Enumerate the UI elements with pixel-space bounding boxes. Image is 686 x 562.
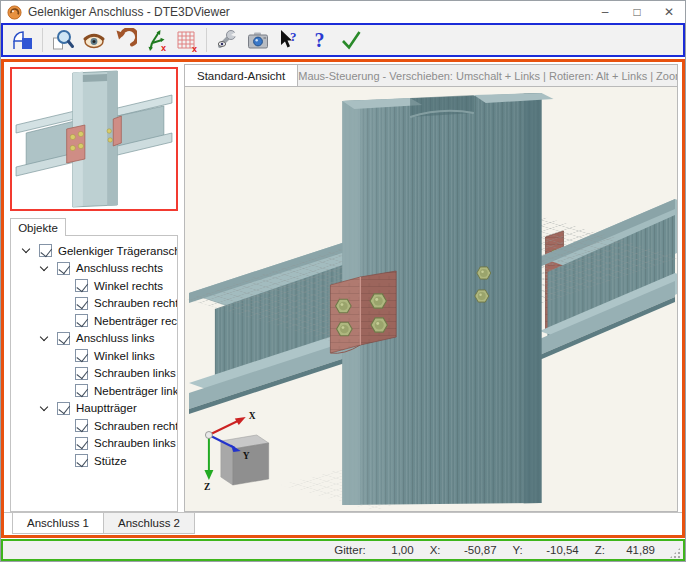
zoom-fit-icon[interactable] — [47, 26, 78, 54]
grid-value: 1,00 — [374, 544, 414, 556]
view-tools-icon[interactable] — [211, 26, 242, 54]
3d-viewport-canvas[interactable]: X Y Z — [184, 86, 678, 512]
tree-item[interactable]: Nebenträger rechts — [11, 312, 177, 330]
thumbnail-scene — [12, 69, 176, 209]
checkbox-checked[interactable] — [57, 402, 70, 415]
tab-anschluss-1[interactable]: Anschluss 1 — [12, 513, 104, 534]
window-title: Gelenkiger Anschluss - DTE3DViewer — [28, 5, 589, 19]
model-preview-thumbnail — [10, 67, 178, 211]
left-panel: Objekte Gelenkiger Trägeranschluss Ansch… — [4, 62, 180, 512]
y-value: -10,54 — [531, 544, 579, 556]
checkbox-checked[interactable] — [75, 297, 88, 310]
checkbox-checked[interactable] — [75, 419, 88, 432]
mouse-control-hint: Maus-Steuerung - Verschieben: Umschalt +… — [298, 70, 677, 86]
z-value: 41,89 — [613, 544, 655, 556]
axis-label-y: Y — [243, 451, 250, 461]
help-icon[interactable]: ? — [304, 26, 335, 54]
bottom-tab-strip: Anschluss 1 Anschluss 2 — [4, 512, 682, 535]
checkbox-checked[interactable] — [57, 332, 70, 345]
status-bar: Gitter: 1,00 X: -50,87 Y: -10,54 Z: 41,8… — [1, 539, 685, 561]
toolbar-separator — [206, 28, 207, 52]
tab-anschluss-2[interactable]: Anschluss 2 — [104, 513, 195, 534]
tree-item[interactable]: Nebenträger links — [11, 382, 177, 400]
checkbox-checked[interactable] — [39, 244, 52, 257]
z-label: Z: — [595, 544, 605, 556]
context-help-cursor-icon[interactable]: ? — [273, 26, 304, 54]
chevron-down-icon[interactable] — [21, 249, 39, 252]
checkbox-checked[interactable] — [75, 367, 88, 380]
svg-text:?: ? — [314, 29, 324, 51]
axis-label-x: X — [249, 411, 256, 421]
axis-label-z: Z — [204, 482, 210, 492]
close-button[interactable]: ✕ — [653, 1, 685, 23]
svg-text:x: x — [192, 44, 197, 53]
tree-item[interactable]: Schrauben links — [11, 365, 177, 383]
toggle-axes-icon[interactable]: x — [140, 26, 171, 54]
screenshot-camera-icon[interactable] — [242, 26, 273, 54]
projection-view-icon[interactable] — [7, 26, 38, 54]
x-label: X: — [430, 544, 441, 556]
checkbox-checked[interactable] — [75, 454, 88, 467]
y-label: Y: — [513, 544, 523, 556]
object-tree: Gelenkiger Trägeranschluss Anschluss rec… — [10, 235, 178, 512]
checkbox-checked[interactable] — [75, 384, 88, 397]
checkbox-checked[interactable] — [75, 437, 88, 450]
tree-item[interactable]: Stütze — [11, 452, 177, 470]
tab-standard-ansicht[interactable]: Standard-Ansicht — [185, 65, 298, 86]
app-window: Gelenkiger Anschluss - DTE3DViewer – □ ✕ — [0, 0, 686, 562]
chevron-down-icon[interactable] — [39, 337, 57, 340]
undo-rotate-icon[interactable] — [109, 26, 140, 54]
resize-grip[interactable] — [669, 547, 681, 559]
tree-item[interactable]: Anschluss links — [11, 330, 177, 348]
tree-item[interactable]: Hauptträger — [11, 400, 177, 418]
tree-item[interactable]: Anschluss rechts — [11, 260, 177, 278]
tree-item[interactable]: Schrauben links — [11, 435, 177, 453]
app-logo-icon — [7, 5, 22, 20]
confirm-check-icon[interactable] — [335, 26, 366, 54]
checkbox-checked[interactable] — [75, 349, 88, 362]
visibility-eye-icon[interactable] — [78, 26, 109, 54]
checkbox-checked[interactable] — [75, 314, 88, 327]
checkbox-checked[interactable] — [57, 262, 70, 275]
grid-label: Gitter: — [334, 544, 365, 556]
toolbar-annotation-box: x x — [1, 23, 685, 57]
tree-item[interactable]: Winkel rechts — [11, 277, 177, 295]
tree-item[interactable]: Schrauben rechts — [11, 295, 177, 313]
toolbar: x x — [3, 25, 683, 55]
checkbox-checked[interactable] — [75, 279, 88, 292]
viewport-area: Standard-Ansicht Maus-Steuerung - Versch… — [180, 62, 682, 512]
view-tab-strip: Standard-Ansicht Maus-Steuerung - Versch… — [184, 64, 678, 86]
maximize-button[interactable]: □ — [621, 1, 653, 23]
content-annotation-box: Objekte Gelenkiger Trägeranschluss Ansch… — [1, 59, 685, 538]
x-value: -50,87 — [449, 544, 497, 556]
chevron-down-icon[interactable] — [39, 267, 57, 270]
toolbar-separator — [42, 28, 43, 52]
svg-text:?: ? — [290, 29, 297, 44]
title-bar: Gelenkiger Anschluss - DTE3DViewer – □ ✕ — [1, 1, 685, 23]
svg-text:x: x — [161, 43, 166, 52]
tree-item[interactable]: Winkel links — [11, 347, 177, 365]
chevron-down-icon[interactable] — [39, 407, 57, 410]
minimize-button[interactable]: – — [589, 1, 621, 23]
tree-item[interactable]: Gelenkiger Trägeranschluss — [11, 242, 177, 260]
tree-item[interactable]: Schrauben rechts — [11, 417, 177, 435]
toggle-grid-icon[interactable]: x — [171, 26, 202, 54]
3d-scene: X Y Z — [185, 87, 677, 511]
tab-objekte[interactable]: Objekte — [10, 218, 66, 236]
